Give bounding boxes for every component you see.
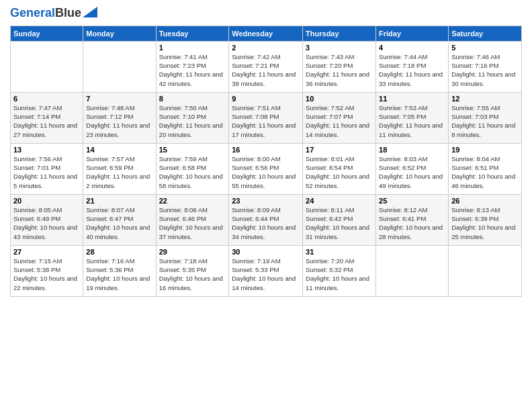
column-header-wednesday: Wednesday bbox=[229, 26, 303, 41]
calendar-week-4: 20Sunrise: 8:05 AMSunset: 6:49 PMDayligh… bbox=[11, 194, 522, 245]
day-number: 24 bbox=[306, 197, 373, 205]
day-info: Sunrise: 8:09 AMSunset: 6:44 PMDaylight:… bbox=[232, 205, 300, 241]
day-info: Sunrise: 7:47 AMSunset: 7:14 PMDaylight:… bbox=[13, 103, 80, 139]
day-number: 14 bbox=[86, 146, 152, 154]
calendar-header-row: SundayMondayTuesdayWednesdayThursdayFrid… bbox=[11, 26, 522, 41]
day-number: 1 bbox=[159, 44, 226, 52]
page: GeneralBlue SundayMondayTuesdayWednesday… bbox=[0, 0, 532, 411]
logo-icon bbox=[83, 7, 97, 17]
header: GeneralBlue bbox=[10, 7, 522, 20]
calendar-cell: 21Sunrise: 8:07 AMSunset: 6:47 PMDayligh… bbox=[83, 194, 156, 245]
calendar-cell: 15Sunrise: 7:59 AMSunset: 6:58 PMDayligh… bbox=[156, 143, 229, 194]
day-info: Sunrise: 7:53 AMSunset: 7:05 PMDaylight:… bbox=[379, 103, 445, 139]
day-number: 3 bbox=[306, 44, 373, 52]
calendar: SundayMondayTuesdayWednesdayThursdayFrid… bbox=[10, 26, 522, 297]
calendar-cell: 23Sunrise: 8:09 AMSunset: 6:44 PMDayligh… bbox=[229, 194, 303, 245]
column-header-thursday: Thursday bbox=[303, 26, 376, 41]
day-number: 18 bbox=[379, 146, 445, 154]
day-info: Sunrise: 8:01 AMSunset: 6:54 PMDaylight:… bbox=[306, 154, 373, 190]
day-info: Sunrise: 8:00 AMSunset: 6:56 PMDaylight:… bbox=[232, 154, 300, 190]
day-info: Sunrise: 7:55 AMSunset: 7:03 PMDaylight:… bbox=[451, 103, 519, 139]
day-number: 6 bbox=[13, 95, 80, 103]
day-number: 29 bbox=[159, 248, 226, 256]
day-number: 23 bbox=[232, 197, 300, 205]
calendar-cell bbox=[83, 41, 156, 92]
column-header-saturday: Saturday bbox=[449, 26, 522, 41]
day-info: Sunrise: 8:05 AMSunset: 6:49 PMDaylight:… bbox=[13, 205, 80, 241]
svg-marker-0 bbox=[83, 7, 97, 17]
day-number: 13 bbox=[13, 146, 80, 154]
column-header-friday: Friday bbox=[376, 26, 449, 41]
day-info: Sunrise: 8:04 AMSunset: 6:51 PMDaylight:… bbox=[451, 154, 519, 190]
day-info: Sunrise: 7:50 AMSunset: 7:10 PMDaylight:… bbox=[159, 103, 226, 139]
day-number: 21 bbox=[86, 197, 152, 205]
logo-text: GeneralBlue bbox=[10, 7, 81, 20]
calendar-cell: 2Sunrise: 7:42 AMSunset: 7:21 PMDaylight… bbox=[229, 41, 303, 92]
calendar-cell: 28Sunrise: 7:16 AMSunset: 5:36 PMDayligh… bbox=[83, 245, 156, 296]
day-number: 8 bbox=[159, 95, 226, 103]
calendar-cell: 13Sunrise: 7:56 AMSunset: 7:01 PMDayligh… bbox=[11, 143, 83, 194]
day-info: Sunrise: 7:42 AMSunset: 7:21 PMDaylight:… bbox=[232, 52, 300, 88]
day-info: Sunrise: 8:12 AMSunset: 6:41 PMDaylight:… bbox=[379, 205, 445, 241]
day-info: Sunrise: 7:15 AMSunset: 5:38 PMDaylight:… bbox=[13, 257, 80, 292]
calendar-week-5: 27Sunrise: 7:15 AMSunset: 5:38 PMDayligh… bbox=[11, 245, 522, 296]
calendar-cell: 9Sunrise: 7:51 AMSunset: 7:08 PMDaylight… bbox=[229, 92, 303, 143]
day-info: Sunrise: 7:51 AMSunset: 7:08 PMDaylight:… bbox=[232, 103, 300, 139]
day-info: Sunrise: 7:43 AMSunset: 7:20 PMDaylight:… bbox=[306, 52, 373, 88]
calendar-cell: 18Sunrise: 8:03 AMSunset: 6:52 PMDayligh… bbox=[376, 143, 449, 194]
day-info: Sunrise: 7:56 AMSunset: 7:01 PMDaylight:… bbox=[13, 154, 80, 190]
day-number: 15 bbox=[159, 146, 226, 154]
calendar-cell: 29Sunrise: 7:18 AMSunset: 5:35 PMDayligh… bbox=[156, 245, 229, 296]
calendar-cell: 11Sunrise: 7:53 AMSunset: 7:05 PMDayligh… bbox=[376, 92, 449, 143]
calendar-week-3: 13Sunrise: 7:56 AMSunset: 7:01 PMDayligh… bbox=[11, 143, 522, 194]
day-info: Sunrise: 7:48 AMSunset: 7:12 PMDaylight:… bbox=[86, 103, 152, 139]
calendar-cell: 10Sunrise: 7:52 AMSunset: 7:07 PMDayligh… bbox=[303, 92, 376, 143]
day-number: 19 bbox=[451, 146, 519, 154]
calendar-cell: 17Sunrise: 8:01 AMSunset: 6:54 PMDayligh… bbox=[303, 143, 376, 194]
logo: GeneralBlue bbox=[10, 7, 97, 20]
day-number: 11 bbox=[379, 95, 445, 103]
calendar-cell: 12Sunrise: 7:55 AMSunset: 7:03 PMDayligh… bbox=[449, 92, 522, 143]
calendar-cell: 8Sunrise: 7:50 AMSunset: 7:10 PMDaylight… bbox=[156, 92, 229, 143]
calendar-cell bbox=[376, 245, 449, 296]
day-number: 7 bbox=[86, 95, 152, 103]
calendar-cell: 19Sunrise: 8:04 AMSunset: 6:51 PMDayligh… bbox=[449, 143, 522, 194]
day-info: Sunrise: 7:19 AMSunset: 5:33 PMDaylight:… bbox=[232, 257, 300, 292]
day-info: Sunrise: 7:46 AMSunset: 7:16 PMDaylight:… bbox=[451, 52, 519, 88]
calendar-cell: 4Sunrise: 7:44 AMSunset: 7:18 PMDaylight… bbox=[376, 41, 449, 92]
day-number: 28 bbox=[86, 248, 152, 256]
day-number: 2 bbox=[232, 44, 300, 52]
day-number: 10 bbox=[306, 95, 373, 103]
calendar-cell: 6Sunrise: 7:47 AMSunset: 7:14 PMDaylight… bbox=[11, 92, 83, 143]
day-number: 4 bbox=[379, 44, 445, 52]
day-info: Sunrise: 7:18 AMSunset: 5:35 PMDaylight:… bbox=[159, 257, 226, 292]
calendar-cell: 30Sunrise: 7:19 AMSunset: 5:33 PMDayligh… bbox=[229, 245, 303, 296]
day-info: Sunrise: 8:03 AMSunset: 6:52 PMDaylight:… bbox=[379, 154, 445, 190]
column-header-monday: Monday bbox=[83, 26, 156, 41]
day-info: Sunrise: 8:11 AMSunset: 6:42 PMDaylight:… bbox=[306, 205, 373, 241]
day-info: Sunrise: 7:52 AMSunset: 7:07 PMDaylight:… bbox=[306, 103, 373, 139]
day-info: Sunrise: 7:20 AMSunset: 5:32 PMDaylight:… bbox=[306, 257, 373, 292]
calendar-cell: 5Sunrise: 7:46 AMSunset: 7:16 PMDaylight… bbox=[449, 41, 522, 92]
day-info: Sunrise: 8:08 AMSunset: 6:46 PMDaylight:… bbox=[159, 205, 226, 241]
day-info: Sunrise: 7:57 AMSunset: 6:59 PMDaylight:… bbox=[86, 154, 152, 190]
calendar-cell: 22Sunrise: 8:08 AMSunset: 6:46 PMDayligh… bbox=[156, 194, 229, 245]
calendar-cell: 14Sunrise: 7:57 AMSunset: 6:59 PMDayligh… bbox=[83, 143, 156, 194]
calendar-cell: 25Sunrise: 8:12 AMSunset: 6:41 PMDayligh… bbox=[376, 194, 449, 245]
day-info: Sunrise: 8:13 AMSunset: 6:39 PMDaylight:… bbox=[451, 205, 519, 241]
day-number: 25 bbox=[379, 197, 445, 205]
calendar-cell: 1Sunrise: 7:41 AMSunset: 7:23 PMDaylight… bbox=[156, 41, 229, 92]
day-number: 20 bbox=[13, 197, 80, 205]
day-info: Sunrise: 7:41 AMSunset: 7:23 PMDaylight:… bbox=[159, 52, 226, 88]
calendar-cell bbox=[449, 245, 522, 296]
day-number: 16 bbox=[232, 146, 300, 154]
calendar-cell bbox=[11, 41, 83, 92]
day-number: 26 bbox=[451, 197, 519, 205]
day-info: Sunrise: 7:44 AMSunset: 7:18 PMDaylight:… bbox=[379, 52, 445, 88]
column-header-sunday: Sunday bbox=[11, 26, 83, 41]
calendar-cell: 7Sunrise: 7:48 AMSunset: 7:12 PMDaylight… bbox=[83, 92, 156, 143]
day-number: 31 bbox=[306, 248, 373, 256]
day-info: Sunrise: 8:07 AMSunset: 6:47 PMDaylight:… bbox=[86, 205, 152, 241]
calendar-cell: 16Sunrise: 8:00 AMSunset: 6:56 PMDayligh… bbox=[229, 143, 303, 194]
calendar-cell: 20Sunrise: 8:05 AMSunset: 6:49 PMDayligh… bbox=[11, 194, 83, 245]
